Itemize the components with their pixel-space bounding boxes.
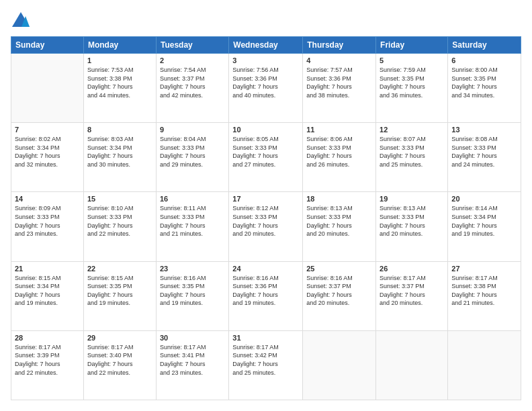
week-row-1: 7Sunrise: 8:02 AM Sunset: 3:34 PM Daylig… xyxy=(11,123,521,192)
cell-text: Sunrise: 7:57 AM Sunset: 3:36 PM Dayligh… xyxy=(306,66,372,99)
calendar-cell: 27Sunrise: 8:17 AM Sunset: 3:38 PM Dayli… xyxy=(448,261,521,330)
day-number: 16 xyxy=(160,195,225,203)
cell-text: Sunrise: 7:56 AM Sunset: 3:36 PM Dayligh… xyxy=(232,66,299,99)
calendar-cell: 23Sunrise: 8:16 AM Sunset: 3:35 PM Dayli… xyxy=(156,261,228,330)
cell-text: Sunrise: 8:15 AM Sunset: 3:34 PM Dayligh… xyxy=(15,274,80,308)
calendar-cell: 16Sunrise: 8:11 AM Sunset: 3:33 PM Dayli… xyxy=(156,192,228,261)
day-number: 5 xyxy=(380,56,444,64)
calendar-cell: 19Sunrise: 8:13 AM Sunset: 3:33 PM Dayli… xyxy=(376,192,448,261)
calendar-cell: 26Sunrise: 8:17 AM Sunset: 3:37 PM Dayli… xyxy=(376,261,448,330)
week-row-3: 21Sunrise: 8:15 AM Sunset: 3:34 PM Dayli… xyxy=(11,261,521,330)
logo-icon xyxy=(11,11,31,31)
day-number: 9 xyxy=(160,126,225,134)
calendar-header: SundayMondayTuesdayWednesdayThursdayFrid… xyxy=(11,37,521,54)
week-row-0: 1Sunrise: 7:53 AM Sunset: 3:38 PM Daylig… xyxy=(11,54,521,123)
calendar-cell: 11Sunrise: 8:06 AM Sunset: 3:33 PM Dayli… xyxy=(303,123,376,192)
day-number: 26 xyxy=(380,265,444,273)
day-number: 28 xyxy=(15,334,80,342)
calendar-cell: 10Sunrise: 8:05 AM Sunset: 3:33 PM Dayli… xyxy=(229,123,303,192)
day-number: 3 xyxy=(232,56,299,64)
cell-text: Sunrise: 8:17 AM Sunset: 3:42 PM Dayligh… xyxy=(232,343,299,377)
day-number: 10 xyxy=(232,126,299,134)
calendar-cell: 3Sunrise: 7:56 AM Sunset: 3:36 PM Daylig… xyxy=(229,54,303,123)
cell-text: Sunrise: 8:14 AM Sunset: 3:34 PM Dayligh… xyxy=(451,204,517,238)
day-number: 31 xyxy=(232,334,299,342)
day-number: 15 xyxy=(87,195,152,203)
cell-text: Sunrise: 8:00 AM Sunset: 3:35 PM Dayligh… xyxy=(451,66,517,99)
day-number: 24 xyxy=(232,265,299,273)
cell-text: Sunrise: 8:03 AM Sunset: 3:34 PM Dayligh… xyxy=(87,135,152,169)
calendar-body: 1Sunrise: 7:53 AM Sunset: 3:38 PM Daylig… xyxy=(11,54,521,400)
day-number: 1 xyxy=(87,56,152,64)
cell-text: Sunrise: 8:10 AM Sunset: 3:33 PM Dayligh… xyxy=(87,204,152,238)
day-number: 27 xyxy=(451,265,517,273)
calendar-cell: 25Sunrise: 8:16 AM Sunset: 3:37 PM Dayli… xyxy=(303,261,376,330)
day-number: 12 xyxy=(380,126,444,134)
cell-text: Sunrise: 8:09 AM Sunset: 3:33 PM Dayligh… xyxy=(15,204,80,238)
day-number: 30 xyxy=(160,334,225,342)
cell-text: Sunrise: 8:13 AM Sunset: 3:33 PM Dayligh… xyxy=(380,204,444,238)
header-cell-wednesday: Wednesday xyxy=(229,37,303,54)
calendar-cell: 5Sunrise: 7:59 AM Sunset: 3:35 PM Daylig… xyxy=(376,54,448,123)
calendar-cell: 31Sunrise: 8:17 AM Sunset: 3:42 PM Dayli… xyxy=(229,330,303,400)
calendar-cell: 29Sunrise: 8:17 AM Sunset: 3:40 PM Dayli… xyxy=(83,330,156,400)
calendar-cell: 21Sunrise: 8:15 AM Sunset: 3:34 PM Dayli… xyxy=(11,261,84,330)
day-number: 29 xyxy=(87,334,152,342)
calendar-cell xyxy=(448,330,521,400)
cell-text: Sunrise: 8:17 AM Sunset: 3:40 PM Dayligh… xyxy=(87,343,152,377)
calendar-cell: 6Sunrise: 8:00 AM Sunset: 3:35 PM Daylig… xyxy=(448,54,521,123)
day-number: 21 xyxy=(15,265,80,273)
cell-text: Sunrise: 8:04 AM Sunset: 3:33 PM Dayligh… xyxy=(160,135,225,169)
calendar-cell: 30Sunrise: 8:17 AM Sunset: 3:41 PM Dayli… xyxy=(156,330,228,400)
day-number: 20 xyxy=(451,195,517,203)
day-number: 14 xyxy=(15,195,80,203)
calendar-cell: 13Sunrise: 8:08 AM Sunset: 3:33 PM Dayli… xyxy=(448,123,521,192)
page: SundayMondayTuesdayWednesdayThursdayFrid… xyxy=(0,0,532,411)
calendar-cell: 22Sunrise: 8:15 AM Sunset: 3:35 PM Dayli… xyxy=(83,261,156,330)
day-number: 2 xyxy=(160,56,225,64)
logo xyxy=(11,11,34,31)
day-number: 13 xyxy=(451,126,517,134)
header-row: SundayMondayTuesdayWednesdayThursdayFrid… xyxy=(11,37,521,54)
header-cell-thursday: Thursday xyxy=(303,37,376,54)
calendar-cell xyxy=(303,330,376,400)
calendar-cell: 12Sunrise: 8:07 AM Sunset: 3:33 PM Dayli… xyxy=(376,123,448,192)
day-number: 25 xyxy=(306,265,372,273)
day-number: 19 xyxy=(380,195,444,203)
day-number: 8 xyxy=(87,126,152,134)
header-cell-monday: Monday xyxy=(83,37,156,54)
cell-text: Sunrise: 7:59 AM Sunset: 3:35 PM Dayligh… xyxy=(380,66,444,99)
week-row-2: 14Sunrise: 8:09 AM Sunset: 3:33 PM Dayli… xyxy=(11,192,521,261)
cell-text: Sunrise: 8:05 AM Sunset: 3:33 PM Dayligh… xyxy=(232,135,299,169)
cell-text: Sunrise: 8:08 AM Sunset: 3:33 PM Dayligh… xyxy=(451,135,517,169)
day-number: 22 xyxy=(87,265,152,273)
cell-text: Sunrise: 8:15 AM Sunset: 3:35 PM Dayligh… xyxy=(87,274,152,308)
cell-text: Sunrise: 8:12 AM Sunset: 3:33 PM Dayligh… xyxy=(232,204,299,238)
calendar-cell: 2Sunrise: 7:54 AM Sunset: 3:37 PM Daylig… xyxy=(156,54,228,123)
cell-text: Sunrise: 8:11 AM Sunset: 3:33 PM Dayligh… xyxy=(160,204,225,238)
header-cell-saturday: Saturday xyxy=(448,37,521,54)
day-number: 7 xyxy=(15,126,80,134)
header-cell-tuesday: Tuesday xyxy=(156,37,228,54)
calendar-cell: 18Sunrise: 8:13 AM Sunset: 3:33 PM Dayli… xyxy=(303,192,376,261)
cell-text: Sunrise: 8:17 AM Sunset: 3:38 PM Dayligh… xyxy=(451,274,517,308)
cell-text: Sunrise: 8:16 AM Sunset: 3:37 PM Dayligh… xyxy=(306,274,372,308)
calendar-cell: 17Sunrise: 8:12 AM Sunset: 3:33 PM Dayli… xyxy=(229,192,303,261)
cell-text: Sunrise: 8:06 AM Sunset: 3:33 PM Dayligh… xyxy=(306,135,372,169)
calendar-cell: 7Sunrise: 8:02 AM Sunset: 3:34 PM Daylig… xyxy=(11,123,84,192)
cell-text: Sunrise: 8:13 AM Sunset: 3:33 PM Dayligh… xyxy=(306,204,372,238)
cell-text: Sunrise: 8:16 AM Sunset: 3:35 PM Dayligh… xyxy=(160,274,225,308)
day-number: 17 xyxy=(232,195,299,203)
cell-text: Sunrise: 8:02 AM Sunset: 3:34 PM Dayligh… xyxy=(15,135,80,169)
calendar-cell: 24Sunrise: 8:16 AM Sunset: 3:36 PM Dayli… xyxy=(229,261,303,330)
calendar-cell: 8Sunrise: 8:03 AM Sunset: 3:34 PM Daylig… xyxy=(83,123,156,192)
day-number: 23 xyxy=(160,265,225,273)
header xyxy=(11,11,521,31)
calendar-cell: 20Sunrise: 8:14 AM Sunset: 3:34 PM Dayli… xyxy=(448,192,521,261)
cell-text: Sunrise: 8:17 AM Sunset: 3:37 PM Dayligh… xyxy=(380,274,444,308)
cell-text: Sunrise: 7:53 AM Sunset: 3:38 PM Dayligh… xyxy=(87,66,152,99)
cell-text: Sunrise: 7:54 AM Sunset: 3:37 PM Dayligh… xyxy=(160,66,225,99)
calendar-cell: 28Sunrise: 8:17 AM Sunset: 3:39 PM Dayli… xyxy=(11,330,84,400)
day-number: 18 xyxy=(306,195,372,203)
calendar-cell: 9Sunrise: 8:04 AM Sunset: 3:33 PM Daylig… xyxy=(156,123,228,192)
